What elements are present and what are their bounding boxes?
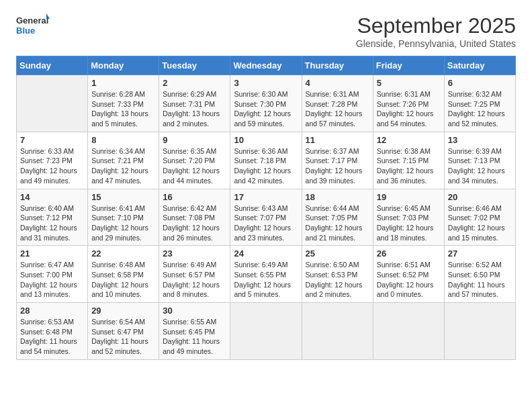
cell-week1-day6: 6Sunrise: 6:32 AMSunset: 7:25 PMDaylight… [444,75,515,132]
cell-week2-day1: 8Sunrise: 6:34 AMSunset: 7:21 PMDaylight… [88,132,159,189]
cell-week3-day3: 17Sunrise: 6:43 AMSunset: 7:07 PMDayligh… [230,189,302,246]
day-number: 1 [91,78,155,88]
day-number: 20 [448,192,512,202]
cell-week2-day2: 9Sunrise: 6:35 AMSunset: 7:20 PMDaylight… [159,132,230,189]
cell-week1-day2: 2Sunrise: 6:29 AMSunset: 7:31 PMDaylight… [159,75,230,132]
day-number: 17 [234,192,298,202]
month-title: September 2025 [356,13,516,38]
day-info: Sunrise: 6:31 AMSunset: 7:28 PMDaylight:… [306,89,369,129]
day-number: 16 [163,192,226,202]
day-number: 26 [377,248,441,259]
week-row-5: 28Sunrise: 6:53 AMSunset: 6:48 PMDayligh… [17,303,516,360]
day-info: Sunrise: 6:37 AMSunset: 7:17 PMDaylight:… [306,146,369,186]
cell-week5-day4 [302,303,373,360]
cell-week1-day5: 5Sunrise: 6:31 AMSunset: 7:26 PMDaylight… [373,75,444,132]
day-info: Sunrise: 6:46 AMSunset: 7:02 PMDaylight:… [448,203,512,243]
day-info: Sunrise: 6:51 AMSunset: 6:52 PMDaylight:… [377,260,441,300]
header-friday: Friday [373,56,444,75]
day-info: Sunrise: 6:40 AMSunset: 7:12 PMDaylight:… [20,203,84,243]
day-info: Sunrise: 6:41 AMSunset: 7:10 PMDaylight:… [91,203,155,243]
day-number: 18 [306,192,369,202]
cell-week3-day0: 14Sunrise: 6:40 AMSunset: 7:12 PMDayligh… [17,189,88,246]
cell-week3-day4: 18Sunrise: 6:44 AMSunset: 7:05 PMDayligh… [302,189,373,246]
day-number: 15 [91,192,155,202]
cell-week2-day0: 7Sunrise: 6:33 AMSunset: 7:23 PMDaylight… [17,132,88,189]
day-number: 12 [377,135,441,145]
day-info: Sunrise: 6:31 AMSunset: 7:26 PMDaylight:… [377,89,441,129]
weekday-header-row: SundayMondayTuesdayWednesdayThursdayFrid… [17,56,516,75]
day-number: 2 [163,78,226,88]
header-saturday: Saturday [444,56,515,75]
header-wednesday: Wednesday [230,56,302,75]
day-info: Sunrise: 6:32 AMSunset: 7:25 PMDaylight:… [448,89,512,129]
cell-week3-day2: 16Sunrise: 6:42 AMSunset: 7:08 PMDayligh… [159,189,230,246]
cell-week1-day3: 3Sunrise: 6:30 AMSunset: 7:30 PMDaylight… [230,75,302,132]
cell-week5-day3 [230,303,302,360]
day-info: Sunrise: 6:52 AMSunset: 6:50 PMDaylight:… [448,260,512,300]
day-info: Sunrise: 6:43 AMSunset: 7:07 PMDaylight:… [234,203,298,243]
day-info: Sunrise: 6:48 AMSunset: 6:58 PMDaylight:… [91,260,155,300]
day-info: Sunrise: 6:28 AMSunset: 7:33 PMDaylight:… [91,89,155,129]
cell-week4-day0: 21Sunrise: 6:47 AMSunset: 7:00 PMDayligh… [17,246,88,303]
day-info: Sunrise: 6:33 AMSunset: 7:23 PMDaylight:… [20,146,84,186]
cell-week1-day1: 1Sunrise: 6:28 AMSunset: 7:33 PMDaylight… [88,75,159,132]
day-info: Sunrise: 6:54 AMSunset: 6:47 PMDaylight:… [91,317,155,357]
cell-week2-day5: 12Sunrise: 6:38 AMSunset: 7:15 PMDayligh… [373,132,444,189]
cell-week4-day5: 26Sunrise: 6:51 AMSunset: 6:52 PMDayligh… [373,246,444,303]
location-subtitle: Glenside, Pennsylvania, United States [356,38,516,49]
page-header: General Blue September 2025 Glenside, Pe… [16,13,516,49]
day-number: 27 [448,248,512,259]
svg-text:Blue: Blue [16,26,35,36]
title-block: September 2025 Glenside, Pennsylvania, U… [356,13,516,49]
day-number: 23 [163,248,226,259]
day-number: 21 [20,248,84,259]
day-info: Sunrise: 6:29 AMSunset: 7:31 PMDaylight:… [163,89,226,129]
header-sunday: Sunday [17,56,88,75]
day-info: Sunrise: 6:30 AMSunset: 7:30 PMDaylight:… [234,89,298,129]
week-row-1: 1Sunrise: 6:28 AMSunset: 7:33 PMDaylight… [17,75,516,132]
cell-week3-day1: 15Sunrise: 6:41 AMSunset: 7:10 PMDayligh… [88,189,159,246]
cell-week4-day6: 27Sunrise: 6:52 AMSunset: 6:50 PMDayligh… [444,246,515,303]
cell-week1-day0 [17,75,88,132]
week-row-4: 21Sunrise: 6:47 AMSunset: 7:00 PMDayligh… [17,246,516,303]
day-info: Sunrise: 6:42 AMSunset: 7:08 PMDaylight:… [163,203,226,243]
day-info: Sunrise: 6:55 AMSunset: 6:45 PMDaylight:… [163,317,226,357]
day-info: Sunrise: 6:44 AMSunset: 7:05 PMDaylight:… [306,203,369,243]
logo-svg: General Blue [16,13,50,38]
svg-marker-2 [46,13,50,19]
cell-week2-day4: 11Sunrise: 6:37 AMSunset: 7:17 PMDayligh… [302,132,373,189]
day-number: 7 [20,135,84,145]
cell-week5-day0: 28Sunrise: 6:53 AMSunset: 6:48 PMDayligh… [17,303,88,360]
day-number: 13 [448,135,512,145]
day-number: 29 [91,306,155,316]
day-info: Sunrise: 6:39 AMSunset: 7:13 PMDaylight:… [448,146,512,186]
day-info: Sunrise: 6:38 AMSunset: 7:15 PMDaylight:… [377,146,441,186]
week-row-3: 14Sunrise: 6:40 AMSunset: 7:12 PMDayligh… [17,189,516,246]
day-number: 24 [234,248,298,259]
cell-week5-day1: 29Sunrise: 6:54 AMSunset: 6:47 PMDayligh… [88,303,159,360]
cell-week4-day3: 24Sunrise: 6:49 AMSunset: 6:55 PMDayligh… [230,246,302,303]
day-number: 8 [91,135,155,145]
day-number: 4 [306,78,369,88]
logo: General Blue [16,13,50,38]
day-info: Sunrise: 6:49 AMSunset: 6:55 PMDaylight:… [234,260,298,300]
day-number: 22 [91,248,155,259]
day-info: Sunrise: 6:53 AMSunset: 6:48 PMDaylight:… [20,317,84,357]
day-number: 3 [234,78,298,88]
day-number: 11 [306,135,369,145]
cell-week3-day6: 20Sunrise: 6:46 AMSunset: 7:02 PMDayligh… [444,189,515,246]
week-row-2: 7Sunrise: 6:33 AMSunset: 7:23 PMDaylight… [17,132,516,189]
cell-week1-day4: 4Sunrise: 6:31 AMSunset: 7:28 PMDaylight… [302,75,373,132]
day-number: 28 [20,306,84,316]
cell-week5-day2: 30Sunrise: 6:55 AMSunset: 6:45 PMDayligh… [159,303,230,360]
day-info: Sunrise: 6:34 AMSunset: 7:21 PMDaylight:… [91,146,155,186]
header-tuesday: Tuesday [159,56,230,75]
cell-week5-day5 [373,303,444,360]
cell-week2-day6: 13Sunrise: 6:39 AMSunset: 7:13 PMDayligh… [444,132,515,189]
day-info: Sunrise: 6:45 AMSunset: 7:03 PMDaylight:… [377,203,441,243]
header-thursday: Thursday [302,56,373,75]
day-number: 14 [20,192,84,202]
day-info: Sunrise: 6:35 AMSunset: 7:20 PMDaylight:… [163,146,226,186]
header-monday: Monday [88,56,159,75]
cell-week5-day6 [444,303,515,360]
